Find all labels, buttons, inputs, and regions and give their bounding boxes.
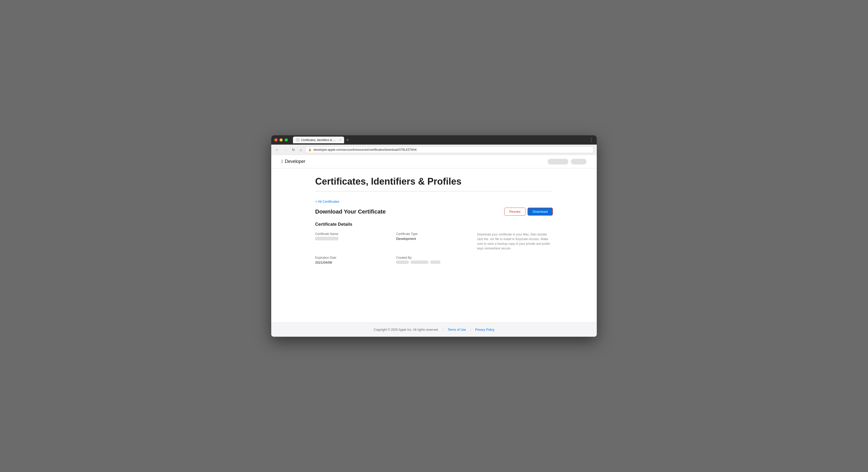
forward-button[interactable]: →: [283, 147, 288, 153]
cert-name-label: Certificate Name: [315, 232, 391, 236]
revoke-button[interactable]: Revoke: [504, 208, 525, 216]
header-action-blur: [571, 159, 586, 164]
url-text: developer.apple.com/account/resources/ce…: [313, 148, 591, 152]
close-button[interactable]: [274, 138, 277, 141]
header-user-blur: [548, 159, 568, 164]
section-title: Download Your Certificate: [315, 208, 386, 215]
section-header: Download Your Certificate Revoke Downloa…: [315, 208, 553, 216]
expiration-value: 2021/04/08: [315, 260, 391, 264]
minimize-button[interactable]: [280, 138, 283, 141]
created-by-value-blur: [396, 260, 472, 264]
apple-logo-icon: : [282, 159, 283, 164]
tab-close-icon[interactable]: ×: [339, 138, 341, 141]
privacy-policy-link[interactable]: Privacy Policy: [475, 328, 494, 332]
cert-type-value: Development: [396, 237, 472, 241]
tab-title: Certificates, Identifiers & Profile…: [301, 138, 337, 141]
title-bar: Certificates, Identifiers & Profile… × +…: [271, 135, 597, 145]
created-by-blur-3: [430, 260, 440, 264]
copyright-text: Copyright © 2020 Apple Inc. All rights r…: [374, 328, 439, 332]
home-button[interactable]: ⌂: [299, 147, 303, 153]
svg-rect-0: [296, 138, 300, 142]
cert-instructions-field: Download your certificate to your Mac, t…: [477, 232, 553, 251]
expiration-label: Expiration Date: [315, 256, 391, 259]
created-by-blur-1: [396, 260, 409, 264]
cert-type-label: Certificate Type: [396, 232, 472, 236]
cert-details-title: Certificate Details: [315, 222, 553, 227]
cert-type-field: Certificate Type Development: [396, 232, 472, 251]
footer-separator-2: |: [470, 328, 471, 332]
reload-button[interactable]: ↻: [291, 147, 296, 153]
developer-label: Developer: [285, 159, 305, 164]
main-content: Certificates, Identifiers & Profiles < A…: [305, 168, 563, 322]
tab-bar: Certificates, Identifiers & Profile… × +: [293, 136, 350, 143]
created-by-blur-2: [410, 260, 429, 264]
created-by-label: Created By: [396, 256, 472, 259]
cert-empty-field: [477, 256, 553, 264]
cert-name-value-blur: [315, 237, 338, 241]
more-button[interactable]: ⋮: [589, 137, 594, 143]
browser-window: Certificates, Identifiers & Profile… × +…: [271, 135, 597, 337]
page-title: Certificates, Identifiers & Profiles: [315, 176, 553, 191]
logo-area:  Developer: [282, 159, 305, 164]
page-footer: Copyright © 2020 Apple Inc. All rights r…: [271, 322, 597, 337]
breadcrumb-link[interactable]: < All Certificates: [315, 199, 339, 203]
cert-details-row1: Certificate Name Certificate Type Develo…: [315, 232, 553, 251]
download-button[interactable]: Download: [528, 208, 553, 216]
new-tab-button[interactable]: +: [345, 137, 349, 142]
maximize-button[interactable]: [285, 138, 288, 141]
footer-separator-1: |: [443, 328, 443, 332]
active-tab[interactable]: Certificates, Identifiers & Profile… ×: [293, 136, 344, 143]
address-bar: ← → ↻ ⌂ 🔒 developer.apple.com/account/re…: [271, 145, 597, 155]
cert-instructions-text: Download your certificate to your Mac, t…: [477, 232, 553, 251]
expiration-field: Expiration Date 2021/04/08: [315, 256, 391, 264]
terms-of-use-link[interactable]: Terms of Use: [448, 328, 466, 332]
tab-favicon-icon: [296, 138, 300, 142]
site-header:  Developer: [271, 155, 597, 168]
created-by-field: Created By: [396, 256, 472, 264]
cert-details-row2: Expiration Date 2021/04/08 Created By: [315, 256, 553, 264]
header-right: [548, 159, 586, 164]
page-content:  Developer Certificates, Identifiers & …: [271, 155, 597, 337]
back-button[interactable]: ←: [274, 147, 280, 153]
address-input[interactable]: 🔒 developer.apple.com/account/resources/…: [305, 147, 594, 153]
action-buttons: Revoke Download: [504, 208, 553, 216]
cert-name-field: Certificate Name: [315, 232, 391, 251]
lock-icon: 🔒: [308, 148, 312, 151]
